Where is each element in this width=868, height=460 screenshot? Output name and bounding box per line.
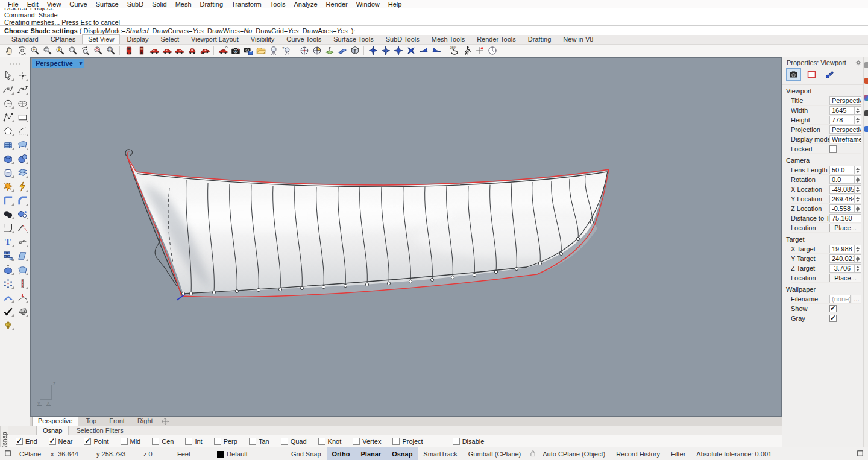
camera-save-icon[interactable] — [242, 45, 254, 57]
toolbar-tab-standard[interactable]: Standard — [6, 35, 44, 44]
checkbox-end[interactable] — [16, 438, 23, 445]
arc-icon[interactable] — [15, 124, 30, 137]
spinner-x-target[interactable] — [855, 245, 861, 253]
osnap-toggle-quad[interactable]: Quad — [278, 438, 307, 445]
browse-button[interactable]: ... — [852, 295, 861, 303]
status-toggle-planar[interactable]: Planar — [355, 447, 386, 460]
toolbar-tab-select[interactable]: Select — [156, 35, 185, 44]
place-camera-target-icon[interactable] — [473, 45, 486, 57]
pull-curve-icon[interactable] — [15, 291, 30, 304]
boolean-union-icon[interactable] — [1, 207, 15, 221]
rotate-360-icon[interactable]: 360° — [448, 45, 461, 57]
value-title[interactable]: Perspective — [829, 96, 861, 105]
car-perspective-view-icon[interactable] — [198, 45, 211, 57]
osnap-toggle-project[interactable]: Project — [390, 438, 423, 445]
toolbar-tab-curve-tools[interactable]: Curve Tools — [281, 35, 327, 44]
plane-top-view-icon[interactable] — [366, 45, 379, 57]
prompt-option-drawcurves[interactable]: DrawCurves=Yes — [153, 27, 204, 34]
file-filename[interactable]: (none) — [829, 295, 851, 303]
zoom-scale-icon[interactable]: 1:1 — [104, 45, 117, 57]
two-point-perspective-icon[interactable]: 2 — [280, 45, 292, 57]
menu-file[interactable]: File — [4, 0, 23, 8]
menu-curve[interactable]: Curve — [65, 0, 91, 8]
osnap-toggle-vertex[interactable]: Vertex — [350, 438, 381, 445]
toolbar-tab-surface-tools[interactable]: Surface Tools — [328, 35, 379, 44]
status-toggle-absolute-tolerance-0-001[interactable]: Absolute tolerance: 0.001 — [691, 447, 777, 460]
boat-hull-model[interactable] — [31, 58, 781, 416]
zoom-target-icon[interactable] — [92, 45, 104, 57]
polygon-icon[interactable] — [1, 124, 15, 137]
checkbox-point[interactable] — [84, 438, 91, 445]
button-location[interactable]: Place... — [829, 274, 861, 282]
osnap-toggle-near[interactable]: Near — [46, 438, 73, 445]
button-location[interactable]: Place... — [829, 224, 861, 232]
compass-orient-icon[interactable] — [310, 45, 323, 57]
sphere-icon[interactable] — [15, 152, 30, 165]
drape-views-icon[interactable] — [336, 45, 348, 57]
extrude-solid-icon[interactable] — [1, 263, 15, 276]
zoom-dynamic-icon[interactable] — [28, 45, 41, 57]
chamfer-surface-icon[interactable] — [15, 194, 30, 207]
rotate-view-icon[interactable] — [16, 45, 28, 57]
menu-surface[interactable]: Surface — [92, 0, 123, 8]
status-cplane[interactable]: CPlane — [16, 450, 47, 458]
spinner-lens-length-i[interactable] — [855, 166, 861, 174]
osnap-toggle-knot[interactable]: Knot — [316, 438, 342, 445]
checkbox-disable[interactable] — [453, 438, 460, 445]
checkbox-cen[interactable] — [152, 438, 159, 445]
viewport-title-menu[interactable]: Perspective ▾ — [32, 59, 84, 68]
truck-side-view-icon[interactable] — [135, 45, 148, 57]
value-z-location[interactable]: -0.558 — [829, 204, 855, 213]
twist-icon[interactable] — [1, 291, 15, 304]
curved-surface-icon[interactable] — [15, 138, 30, 151]
polyline-icon[interactable] — [1, 110, 15, 124]
osnap-toggle-cen[interactable]: Cen — [149, 438, 174, 445]
value-x-target[interactable]: 19.988 — [829, 245, 855, 253]
control-point-curve-icon[interactable] — [1, 83, 15, 96]
osnap-toggle-tan[interactable]: Tan — [247, 438, 269, 445]
status-toggle-ortho[interactable]: Ortho — [327, 447, 356, 460]
cplane-marker-icon[interactable] — [323, 45, 336, 57]
osnap-toggle-point[interactable]: Point — [81, 438, 108, 445]
prompt-option-drawaxes[interactable]: DrawAxes=Yes — [303, 27, 348, 34]
section-icon[interactable] — [15, 277, 30, 290]
panel-tab-strip[interactable] — [863, 57, 868, 447]
gear-tab-icon[interactable] — [864, 62, 868, 68]
circle-icon[interactable] — [1, 96, 15, 110]
spinner-z-location[interactable] — [855, 204, 861, 213]
checkbox-vertex[interactable] — [353, 438, 360, 445]
checkbox-perp[interactable] — [214, 438, 221, 445]
status-toggle-auto-cplane-object-[interactable]: Auto CPlane (Object) — [537, 447, 611, 460]
single-point-icon[interactable] — [15, 69, 30, 82]
plane-left-view-icon[interactable] — [417, 45, 430, 57]
checkbox-tan[interactable] — [249, 438, 256, 445]
spinner-height[interactable] — [855, 116, 861, 124]
prompt-option-drawgrid[interactable]: DrawGrid=Yes — [256, 27, 298, 34]
value-z-target[interactable]: -3.706 — [829, 264, 855, 273]
menu-drafting[interactable]: Drafting — [196, 0, 228, 8]
perspective-viewport[interactable]: Perspective ▾ z y x — [30, 57, 782, 417]
menu-window[interactable]: Window — [352, 0, 384, 8]
value-lens-length-i[interactable]: 50.0 — [829, 166, 855, 174]
spinner-x-location[interactable] — [855, 185, 861, 194]
gem-icon[interactable] — [1, 318, 15, 332]
value-y-location[interactable]: 269.484 — [829, 195, 855, 203]
checkbox-gray[interactable] — [829, 315, 837, 322]
prompt-option-drawwires[interactable]: DrawWires=No — [207, 27, 252, 34]
status-toggle-record-history[interactable]: Record History — [611, 447, 665, 460]
lens-icon[interactable] — [267, 45, 280, 57]
text-object-icon[interactable]: T — [1, 235, 15, 248]
spinner-z-target[interactable] — [855, 264, 861, 273]
status-toggle-smarttrack[interactable]: SmartTrack — [418, 447, 462, 460]
menu-analyze[interactable]: Analyze — [289, 0, 321, 8]
surface-patch-icon[interactable] — [15, 166, 30, 179]
fillet-curve-icon[interactable] — [1, 221, 15, 235]
toolbar-tab-display[interactable]: Display — [121, 35, 154, 44]
value-height[interactable]: 778 — [829, 116, 855, 124]
menu-solid[interactable]: Solid — [148, 0, 171, 8]
interpolate-curve-icon[interactable] — [15, 83, 30, 96]
pan-hand-icon[interactable] — [3, 45, 16, 57]
toolbar-tab-visibility[interactable]: Visibility — [245, 35, 280, 44]
help-tab-icon[interactable] — [864, 126, 868, 132]
status-toggle-osnap[interactable]: Osnap — [386, 447, 418, 460]
